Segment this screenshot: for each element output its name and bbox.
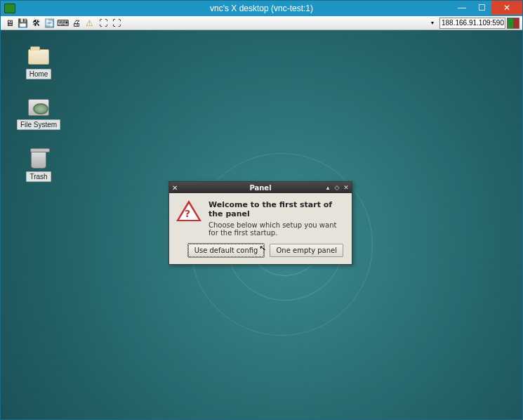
panel-dialog: ✕ Panel ▴ ◇ ✕ ? Welcome to the first sta… [168,181,352,265]
icon-label: Home [26,69,52,79]
drive-icon [28,99,49,116]
remote-desktop[interactable]: Home File System Trash ✕ Panel ▴ ◇ ✕ [1,30,522,419]
keyboard-icon[interactable]: ⌨ [57,18,69,29]
folder-icon [28,49,49,65]
dialog-close-button[interactable]: ✕ [343,184,350,191]
desktop-icon-filesystem[interactable]: File System [16,98,61,130]
refresh-icon[interactable]: 🔄 [44,18,55,29]
dialog-titlebar[interactable]: ✕ Panel ▴ ◇ ✕ [169,182,352,193]
dialog-title: Panel [249,184,271,192]
icon-label: File System [17,119,60,130]
save-icon[interactable]: 💾 [17,18,29,29]
desktop-icon-trash[interactable]: Trash [16,150,61,182]
desktop-icon-home[interactable]: Home [16,47,61,79]
app-icon [4,4,15,13]
info-icon[interactable]: ⚠ [84,18,95,29]
dropdown-icon[interactable]: ▾ [426,18,438,29]
titlebar: vnc's X desktop (vnc-test:1) — ☐ ✕ [1,1,522,16]
dialog-subtext: Choose below which setup you want for th… [208,221,343,237]
scale-icon[interactable]: ⛶ [97,18,109,29]
dialog-heading: Welcome to the first start of the panel [208,200,343,218]
vnc-toolbar: 🖥 💾 🛠 🔄 ⌨ 🖨 ⚠ ⛶ ⛶ ▾ 188.166.91.109:5901 [1,16,522,30]
minimize-button[interactable]: — [452,1,472,15]
settings-icon[interactable]: 🛠 [30,18,42,29]
maximize-button[interactable]: ☐ [472,1,491,15]
close-button[interactable]: ✕ [491,1,522,15]
trash-icon [31,150,46,169]
vnc-window: vnc's X desktop (vnc-test:1) — ☐ ✕ 🖥 💾 🛠… [0,0,523,420]
window-controls: — ☐ ✕ [452,1,522,15]
address-box[interactable]: 188.166.91.109:5901 [439,18,505,29]
connection-status-icon [507,18,519,29]
gear-icon: ✕ [172,184,178,192]
icon-label: Trash [26,171,51,182]
use-default-config-button[interactable]: Use default config [188,244,265,257]
window-title: vnc's X desktop (vnc-test:1) [210,4,313,13]
fullscreen-icon[interactable]: ⛶ [110,18,122,29]
dialog-max-button[interactable]: ◇ [333,184,340,191]
warning-icon: ? [176,200,201,223]
dialog-menu-button[interactable]: ▴ [324,184,331,191]
new-connection-icon[interactable]: 🖥 [4,18,15,29]
cad-icon[interactable]: 🖨 [70,18,82,29]
one-empty-panel-button[interactable]: One empty panel [270,244,343,257]
